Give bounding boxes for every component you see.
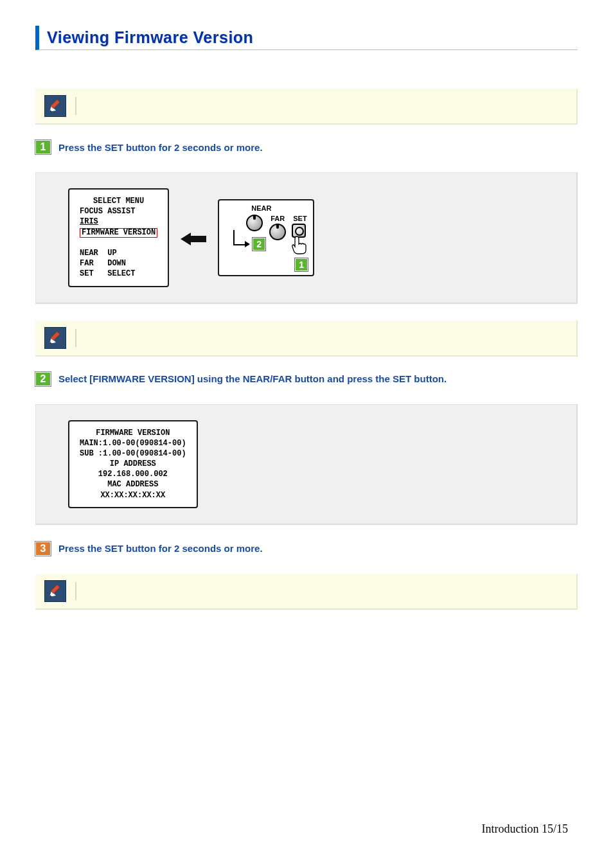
label-near: NEAR (251, 204, 271, 212)
section-heading-bar: Viewing Firmware Version (35, 26, 578, 50)
step-1-text: Press the SET button for 2 seconds or mo… (58, 142, 263, 153)
fw-ip-label: IP ADDRESS (110, 459, 156, 468)
menu-item-iris: IRIS (80, 217, 98, 226)
fw-mac-value: XX:XX:XX:XX:XX (100, 491, 165, 500)
path-arrow-icon (233, 230, 249, 245)
page-footer: Introduction 15/15 (482, 822, 568, 836)
menu-hint: SET SELECT (80, 269, 135, 278)
far-dial-icon (269, 224, 286, 240)
note-band (35, 321, 578, 357)
note-divider-icon (75, 582, 76, 600)
figure-panel-1: SELECT MENUFOCUS ASSIST IRIS FIRMWARE VE… (35, 172, 578, 304)
step-2-text: Select [FIRMWARE VERSION] using the NEAR… (58, 373, 447, 384)
note-band (35, 89, 578, 125)
svg-rect-8 (51, 585, 60, 594)
figure-panel-2: FIRMWARE VERSION MAIN:1.00-00(090814-00)… (35, 404, 578, 525)
step-1-line: 1 Press the SET button for 2 seconds or … (35, 140, 578, 154)
pencil-note-icon (44, 580, 66, 602)
note-band (35, 574, 578, 610)
label-far: FAR (271, 215, 285, 222)
step-3-text: Press the SET button for 2 seconds or mo… (58, 543, 263, 554)
menu-hint: FAR DOWN (80, 259, 126, 268)
menu-hint: NEAR UP (80, 249, 117, 258)
note-divider-icon (75, 329, 76, 347)
pencil-note-icon (44, 327, 66, 349)
fw-ip-value: 192.168.000.002 (98, 470, 168, 479)
menu-title: SELECT MENU (80, 196, 157, 206)
step-number-badge: 3 (35, 542, 51, 556)
section-heading: Viewing Firmware Version (47, 28, 578, 47)
menu-item-focus-assist: FOCUS ASSIST (80, 207, 135, 216)
near-dial-icon (246, 215, 263, 231)
arrow-left-icon (181, 231, 206, 244)
step-number-badge: 1 (35, 140, 51, 154)
svg-marker-3 (181, 233, 206, 245)
control-diagram: NEAR FAR SET 2 1 (218, 199, 314, 276)
svg-rect-1 (51, 100, 60, 109)
fw-sub: SUB :1.00-00(090814-00) (80, 448, 186, 459)
svg-rect-5 (51, 331, 60, 340)
step-2-line: 2 Select [FIRMWARE VERSION] using the NE… (35, 372, 578, 386)
step-number-badge: 2 (35, 372, 51, 386)
fw-main: MAIN:1.00-00(090814-00) (80, 438, 186, 448)
fw-mac-label: MAC ADDRESS (107, 480, 158, 489)
hand-press-icon (290, 235, 308, 257)
callout-badge-2: 2 (253, 238, 265, 251)
pencil-note-icon (44, 95, 66, 117)
menu-screen: SELECT MENUFOCUS ASSIST IRIS FIRMWARE VE… (68, 188, 169, 287)
note-divider-icon (75, 97, 76, 115)
fw-title: FIRMWARE VERSION (96, 429, 170, 438)
firmware-screen: FIRMWARE VERSION MAIN:1.00-00(090814-00)… (68, 420, 198, 508)
label-set: SET (293, 215, 306, 222)
callout-badge-1: 1 (295, 258, 308, 271)
menu-item-firmware-version: FIRMWARE VERSION (80, 228, 157, 238)
step-3-line: 3 Press the SET button for 2 seconds or … (35, 542, 578, 556)
